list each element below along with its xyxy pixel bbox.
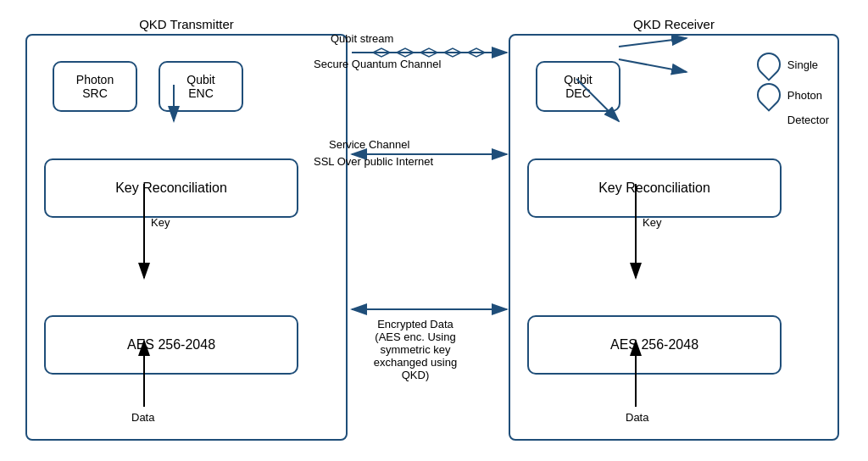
- detector-group: Single Photon Detector: [757, 53, 829, 126]
- svg-marker-9: [444, 48, 461, 57]
- svg-marker-8: [420, 48, 437, 57]
- detector-label-1: Single: [787, 58, 818, 71]
- receiver-box: QKD Receiver QubitDEC Single Photon Dete…: [509, 34, 839, 441]
- data-rx-label: Data: [626, 411, 648, 424]
- detector-label-2: Photon: [787, 89, 822, 102]
- encrypted-data-label: Encrypted Data(AES enc. Usingsymmetric k…: [331, 318, 500, 381]
- key-recon-tx-label: Key Reconciliation: [115, 181, 227, 196]
- secure-quantum-label: Secure Quantum Channel: [314, 58, 441, 70]
- detector-2: Photon: [757, 83, 829, 107]
- svg-marker-6: [373, 48, 390, 57]
- key-recon-rx-box: Key Reconciliation: [527, 158, 782, 218]
- qubit-dec-box: QubitDEC: [536, 61, 620, 112]
- qubit-enc-box: QubitENC: [159, 61, 243, 112]
- data-tx-label: Data: [131, 411, 154, 424]
- svg-marker-10: [468, 48, 485, 57]
- key-rx-label: Key: [643, 216, 661, 229]
- key-tx-label: Key: [151, 216, 170, 229]
- svg-marker-7: [397, 48, 414, 57]
- transmitter-box: QKD Transmitter PhotonSRC QubitENC Key R…: [25, 34, 348, 441]
- detector-label-3: Detector: [757, 114, 829, 126]
- aes-tx-label: AES 256-2048: [127, 337, 215, 353]
- qubit-enc-label: QubitENC: [186, 73, 214, 100]
- aes-tx-box: AES 256-2048: [44, 315, 298, 375]
- photon-src-label: PhotonSRC: [76, 73, 114, 100]
- key-recon-tx-box: Key Reconciliation: [44, 158, 298, 218]
- ssl-public-label: SSL Over public Internet: [314, 155, 433, 168]
- receiver-title: QKD Receiver: [510, 17, 837, 31]
- detector-shape-1: [752, 47, 786, 81]
- qubit-stream-label: Qubit stream: [331, 32, 393, 45]
- detector-1: Single: [757, 53, 829, 76]
- key-recon-rx-label: Key Reconciliation: [598, 181, 710, 196]
- diagram-container: QKD Transmitter PhotonSRC QubitENC Key R…: [0, 0, 868, 461]
- detector-shape-2: [752, 78, 786, 112]
- aes-rx-label: AES 256-2048: [610, 337, 698, 353]
- qubit-dec-label: QubitDEC: [564, 73, 592, 100]
- service-channel-label: Service Channel: [329, 138, 409, 151]
- aes-rx-box: AES 256-2048: [527, 315, 782, 375]
- photon-src-box: PhotonSRC: [53, 61, 137, 112]
- transmitter-title: QKD Transmitter: [27, 17, 346, 31]
